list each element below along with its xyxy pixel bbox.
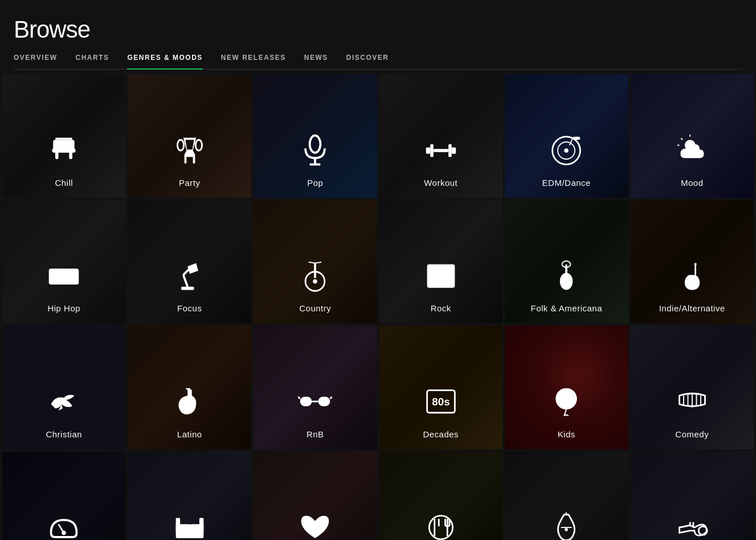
genre-card-jazz[interactable]: Jazz [631,452,754,541]
genre-card-dinner[interactable]: Dinner [379,452,503,541]
card-content-romance: Romance [254,452,377,541]
page-title: Browse [14,16,742,43]
genre-icon-jazz [675,510,709,540]
genre-icon-classical [549,510,583,540]
genre-icon-kids [549,385,583,424]
genre-card-christian[interactable]: Christian [2,326,126,449]
genre-card-trending[interactable]: Trending [2,452,126,541]
genre-card-focus[interactable]: Focus [128,200,252,324]
svg-point-86 [565,528,568,531]
card-content-kids: Kids [505,326,628,449]
svg-line-22 [681,138,683,140]
genre-card-indie[interactable]: Indie/Alternative [631,200,754,324]
genre-label-comedy: Comedy [675,429,709,439]
nav-tab-genres[interactable]: GENRES & MOODS [127,54,202,70]
genre-icon-rock [424,259,458,298]
genre-icon-sleep [173,510,207,540]
genre-card-pop[interactable]: Pop [254,74,377,198]
genre-card-rock[interactable]: Rock [379,200,503,324]
card-content-comedy: Comedy [631,326,754,449]
card-content-folk: Folk & Americana [505,200,628,324]
card-content-mood: Mood [631,74,754,198]
genre-icon-workout [424,133,458,172]
genre-label-pop: Pop [307,178,323,188]
genre-label-workout: Workout [424,178,457,188]
genre-card-country[interactable]: Country [254,200,377,324]
card-content-christian: Christian [2,326,126,449]
svg-rect-4 [52,148,76,153]
genre-card-kids[interactable]: Kids [505,326,628,449]
card-content-rock: Rock [379,200,503,324]
genre-card-decades[interactable]: 80s Decades [379,326,503,449]
svg-rect-79 [191,524,201,530]
genre-card-hiphop[interactable]: Hip Hop [2,200,126,324]
genre-card-classical[interactable]: Classical [505,452,628,541]
svg-rect-36 [314,263,316,278]
genre-card-romance[interactable]: Romance [254,452,377,541]
genre-icon-chill [47,133,81,172]
svg-rect-11 [430,144,434,157]
genre-icon-hiphop [47,259,81,298]
svg-rect-47 [565,264,567,279]
card-content-latino: Latino [128,326,252,449]
card-content-focus: Focus [128,200,252,324]
svg-rect-58 [318,396,330,406]
genre-label-indie: Indie/Alternative [659,303,725,313]
nav-tab-new-releases[interactable]: NEW RELEASES [221,54,286,70]
genre-label-folk: Folk & Americana [530,303,602,313]
svg-rect-78 [179,524,189,530]
svg-line-60 [298,396,300,399]
genre-label-latino: Latino [177,429,202,439]
genre-card-sleep[interactable]: Sleep [128,452,252,541]
genre-card-chill[interactable]: Chill [2,74,126,198]
genre-icon-edm [549,133,583,172]
card-content-country: Country [254,200,377,324]
svg-rect-29 [62,271,67,274]
genre-card-folk[interactable]: Folk & Americana [505,200,628,324]
genre-label-party: Party [179,178,201,188]
card-content-sleep: Sleep [128,452,252,541]
svg-line-39 [315,262,321,263]
genre-icon-country [298,259,332,298]
card-content-chill: Chill [2,74,126,198]
svg-point-27 [55,275,58,278]
genre-label-kids: Kids [558,429,575,439]
genre-icon-romance [298,510,332,540]
genre-icon-folk [549,259,583,298]
genre-card-comedy[interactable]: Comedy [631,326,754,449]
genre-icon-rnb [298,385,332,424]
nav-tab-charts[interactable]: CHARTS [75,54,109,70]
genre-label-focus: Focus [177,303,202,313]
card-content-classical: Classical [505,452,628,541]
genre-label-chill: Chill [55,178,73,188]
genre-icon-christian [47,385,81,424]
card-content-jazz: Jazz [631,452,754,541]
genre-label-rnb: RnB [307,429,324,439]
genre-card-party[interactable]: Party [128,74,252,198]
genre-label-rock: Rock [431,303,451,313]
svg-rect-18 [573,136,581,140]
genre-card-mood[interactable]: Mood [631,74,754,198]
genre-icon-dinner [424,510,458,540]
nav-tab-discover[interactable]: DISCOVER [346,54,389,70]
genre-icon-comedy [675,385,709,424]
svg-rect-43 [429,266,432,270]
genre-icon-decades: 80s [424,385,458,424]
genre-card-edm[interactable]: EDM/Dance [505,74,628,198]
genre-card-workout[interactable]: Workout [379,74,503,198]
genre-label-decades: Decades [423,429,459,439]
svg-point-53 [71,395,73,397]
nav-tab-news[interactable]: NEWS [304,54,328,70]
svg-point-66 [560,393,565,398]
svg-rect-0 [55,137,72,140]
svg-rect-32 [181,287,194,290]
genre-card-rnb[interactable]: RnB [254,326,377,449]
card-content-party: Party [128,74,252,198]
card-content-edm: EDM/Dance [505,74,628,198]
card-content-indie: Indie/Alternative [631,200,754,324]
svg-line-38 [309,262,315,263]
nav-tab-overview[interactable]: OVERVIEW [14,54,57,70]
genre-icon-mood [675,133,709,172]
genre-card-latino[interactable]: Latino [128,326,252,449]
svg-rect-14 [452,147,456,153]
